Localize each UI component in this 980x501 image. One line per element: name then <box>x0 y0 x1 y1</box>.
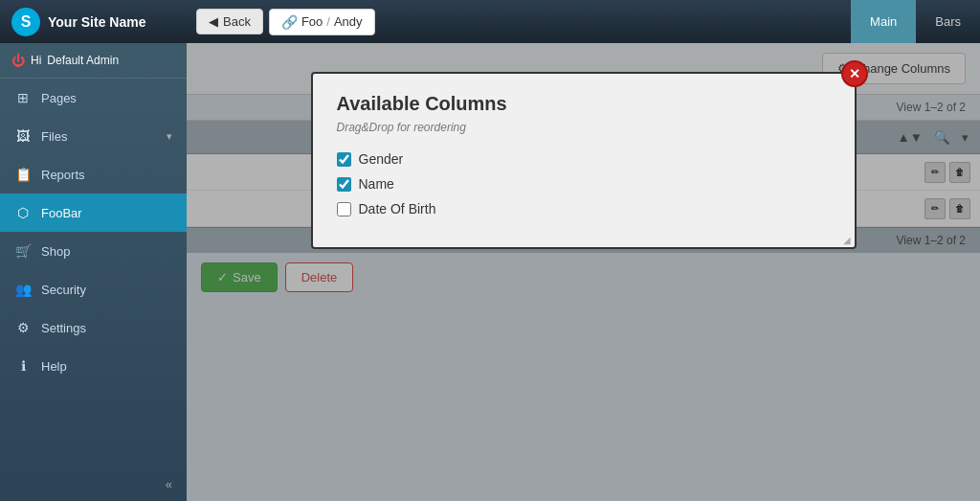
topbar: S Your Site Name ◀ Back 🔗 Foo / Andy Mai… <box>0 0 980 43</box>
column-item-dob[interactable]: Date Of Birth <box>337 201 831 216</box>
sidebar-label-pages: Pages <box>41 91 77 105</box>
shop-icon: 🛒 <box>14 243 32 259</box>
modal-title: Available Columns <box>337 93 831 115</box>
topbar-tabs: Main Bars <box>851 0 980 43</box>
sidebar-label-help: Help <box>41 359 67 374</box>
sidebar-item-files[interactable]: 🖼 Files ▾ <box>0 117 187 155</box>
sidebar-item-security[interactable]: 👥 Security <box>0 270 187 308</box>
gender-label: Gender <box>359 151 404 167</box>
sidebar-item-reports[interactable]: 📋 Reports <box>0 155 187 194</box>
sidebar-label-security: Security <box>41 283 86 297</box>
name-label: Name <box>359 176 394 192</box>
sidebar-item-foobar[interactable]: ⬡ FooBar <box>0 194 187 232</box>
sidebar-item-help[interactable]: ℹ Help <box>0 347 187 385</box>
site-logo: S Your Site Name <box>0 8 187 36</box>
tab-main[interactable]: Main <box>851 0 916 43</box>
modal-subtitle: Drag&Drop for reordering <box>337 121 831 134</box>
dob-checkbox[interactable] <box>337 202 351 216</box>
sidebar-item-pages[interactable]: ⊞ Pages <box>0 79 187 117</box>
sidebar-item-settings[interactable]: ⚙ Settings <box>0 308 187 347</box>
sidebar-label-shop: Shop <box>41 244 70 259</box>
sidebar-item-shop[interactable]: 🛒 Shop <box>0 232 187 270</box>
gender-checkbox[interactable] <box>337 152 351 167</box>
reports-icon: 📋 <box>14 167 32 182</box>
main-layout: ⏻ Hi Default Admin ⊞ Pages 🖼 Files ▾ 📋 R… <box>0 43 980 501</box>
resize-icon: ◢ <box>843 235 851 245</box>
files-icon: 🖼 <box>14 128 32 144</box>
sidebar-collapse-button[interactable]: « <box>0 467 187 501</box>
modal-overlay: ✕ Available Columns Drag&Drop for reorde… <box>187 43 980 501</box>
power-icon: ⏻ <box>11 53 25 68</box>
column-item-name[interactable]: Name <box>337 176 831 192</box>
files-expand-icon: ▾ <box>167 130 172 143</box>
breadcrumb-separator: / <box>326 14 330 29</box>
content-area: ⚙ Change Columns View 1–2 of 2 ▲▼ 🔍 ▾ ✏ … <box>187 43 980 501</box>
tab-bars[interactable]: Bars <box>916 0 980 43</box>
topbar-nav: ◀ Back 🔗 Foo / Andy <box>187 9 851 35</box>
breadcrumb-parent: Foo <box>301 14 323 29</box>
logo-icon: S <box>11 8 40 36</box>
column-item-gender[interactable]: Gender <box>337 151 831 167</box>
sidebar-label-settings: Settings <box>41 321 86 335</box>
name-checkbox[interactable] <box>337 177 351 192</box>
help-icon: ℹ <box>14 358 32 374</box>
sidebar-label-foobar: FooBar <box>41 206 82 220</box>
sidebar-label-reports: Reports <box>41 168 85 182</box>
security-icon: 👥 <box>14 282 32 297</box>
breadcrumb-child: Andy <box>334 14 363 29</box>
sidebar: ⏻ Hi Default Admin ⊞ Pages 🖼 Files ▾ 📋 R… <box>0 43 187 501</box>
available-columns-modal: ✕ Available Columns Drag&Drop for reorde… <box>311 72 857 249</box>
dob-label: Date Of Birth <box>359 201 436 216</box>
collapse-icon: « <box>166 477 172 491</box>
sidebar-user: ⏻ Hi Default Admin <box>0 43 187 79</box>
breadcrumb: 🔗 Foo / Andy <box>269 9 375 35</box>
modal-resize-handle[interactable]: ◢ <box>313 236 855 247</box>
pages-icon: ⊞ <box>14 90 32 105</box>
site-name: Your Site Name <box>48 14 145 30</box>
breadcrumb-icon: 🔗 <box>281 14 298 30</box>
modal-close-button[interactable]: ✕ <box>841 60 868 87</box>
user-greeting: Hi <box>31 54 41 67</box>
username: Default Admin <box>47 54 119 67</box>
back-label: Back <box>223 14 251 29</box>
foobar-icon: ⬡ <box>14 205 32 220</box>
modal-body: Available Columns Drag&Drop for reorderi… <box>313 74 855 236</box>
columns-list: Gender Name Date Of Birth <box>337 151 831 216</box>
close-icon: ✕ <box>849 66 860 81</box>
back-arrow-icon: ◀ <box>209 14 218 29</box>
back-button[interactable]: ◀ Back <box>196 9 263 34</box>
settings-icon: ⚙ <box>14 320 32 335</box>
sidebar-label-files: Files <box>41 129 67 144</box>
